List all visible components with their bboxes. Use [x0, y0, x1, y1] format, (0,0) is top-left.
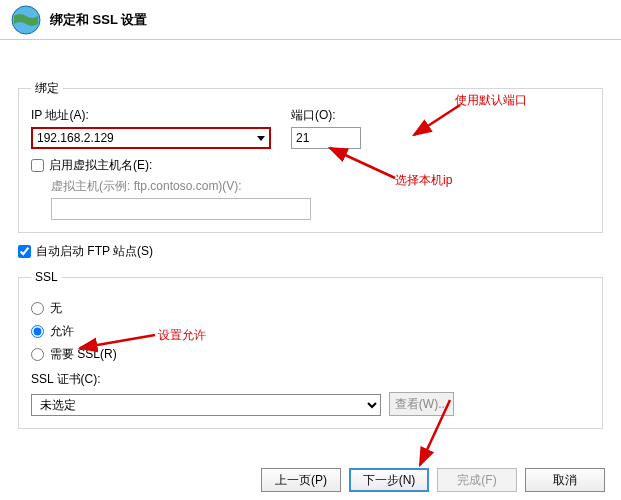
ip-input[interactable] [31, 127, 271, 149]
cancel-button[interactable]: 取消 [525, 468, 605, 492]
ssl-allow-radio[interactable] [31, 325, 44, 338]
ssl-legend: SSL [31, 270, 62, 284]
vhost-checkbox-label: 启用虚拟主机名(E): [49, 157, 152, 174]
dialog-title: 绑定和 SSL 设置 [50, 11, 147, 29]
ssl-group: SSL 无 允许 需要 SSL(R) SSL 证书(C): 未选定 查看(W).… [18, 270, 603, 429]
finish-button: 完成(F) [437, 468, 517, 492]
binding-group: 绑定 IP 地址(A): 端口(O): 启用虚拟主机名(E): 虚拟主机(示例 [18, 80, 603, 233]
dialog-footer: 上一页(P) 下一步(N) 完成(F) 取消 [261, 468, 605, 492]
globe-icon [10, 4, 42, 36]
ssl-none-label: 无 [50, 300, 62, 317]
port-label: 端口(O): [291, 107, 361, 124]
ssl-require-label: 需要 SSL(R) [50, 346, 117, 363]
cert-select[interactable]: 未选定 [31, 394, 381, 416]
port-input[interactable] [291, 127, 361, 149]
ssl-require-radio[interactable] [31, 348, 44, 361]
ssl-none-radio[interactable] [31, 302, 44, 315]
next-button[interactable]: 下一步(N) [349, 468, 429, 492]
vhost-input [51, 198, 311, 220]
view-cert-button: 查看(W)... [389, 392, 454, 416]
ip-combobox[interactable] [31, 127, 271, 149]
ssl-allow-label: 允许 [50, 323, 74, 340]
binding-legend: 绑定 [31, 80, 63, 97]
ip-label: IP 地址(A): [31, 107, 271, 124]
dropdown-arrow-icon[interactable] [251, 127, 271, 149]
vhost-checkbox[interactable] [31, 159, 44, 172]
cert-label: SSL 证书(C): [31, 371, 590, 388]
autostart-label: 自动启动 FTP 站点(S) [36, 243, 153, 260]
vhost-label: 虚拟主机(示例: ftp.contoso.com)(V): [51, 178, 590, 195]
dialog-header: 绑定和 SSL 设置 [0, 0, 621, 40]
prev-button[interactable]: 上一页(P) [261, 468, 341, 492]
autostart-checkbox[interactable] [18, 245, 31, 258]
